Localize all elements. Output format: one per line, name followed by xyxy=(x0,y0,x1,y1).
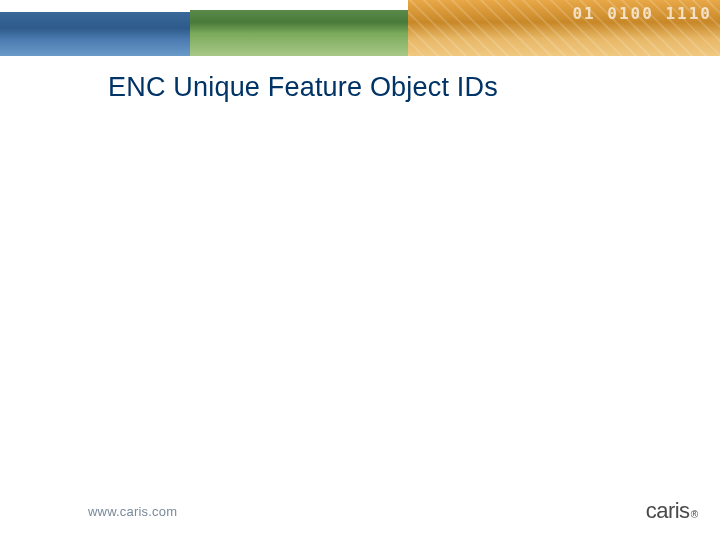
brand-logo: caris ® xyxy=(646,498,698,524)
header-banner: 01 0100 1110 xyxy=(0,0,720,56)
binary-digits-decor: 01 0100 1110 xyxy=(572,4,712,23)
footer-url: www.caris.com xyxy=(88,504,177,519)
slide-footer: www.caris.com caris ® xyxy=(0,496,720,526)
banner-segment-digital: 01 0100 1110 xyxy=(408,0,720,56)
banner-segment-land xyxy=(190,0,408,56)
registered-mark-icon: ® xyxy=(691,509,698,520)
banner-segment-ocean xyxy=(0,0,190,56)
slide-title: ENC Unique Feature Object IDs xyxy=(0,56,720,103)
logo-text: caris xyxy=(646,498,690,524)
